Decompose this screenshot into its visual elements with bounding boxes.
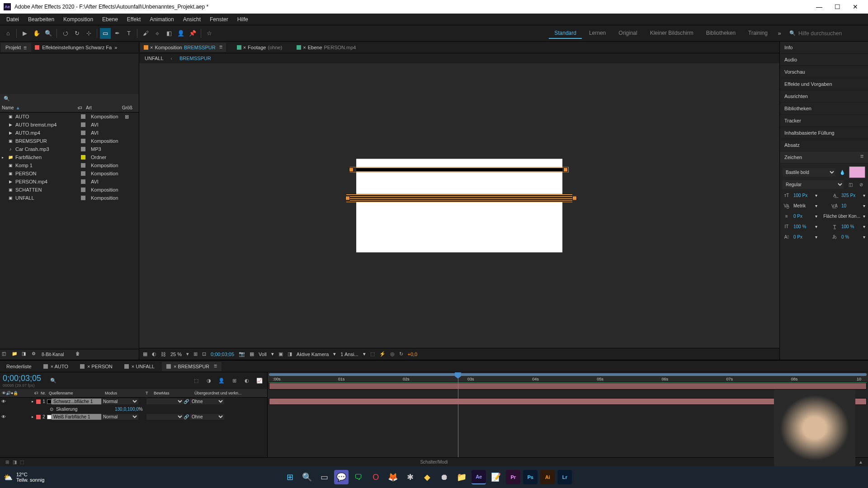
anchor-tool[interactable]: ⊹ bbox=[83, 28, 94, 39]
photoshop-app[interactable]: Ps bbox=[523, 470, 538, 484]
tl-tab-unfall[interactable]: × UNFALL bbox=[120, 362, 159, 371]
illustrator-app[interactable]: Ai bbox=[540, 470, 555, 484]
workspace-training[interactable]: Training bbox=[743, 28, 773, 39]
pen-tool[interactable]: ✒ bbox=[112, 28, 123, 39]
color-swatch[interactable] bbox=[849, 166, 865, 178]
draft-icon[interactable]: ⚡ bbox=[379, 351, 386, 357]
project-item[interactable]: ▸📁FarbflächenOrdner bbox=[0, 153, 139, 161]
panel-zeichen[interactable]: Zeichen☰ bbox=[780, 151, 868, 164]
more-workspaces[interactable]: » bbox=[774, 28, 785, 39]
menu-ansicht[interactable]: Ansicht bbox=[179, 14, 205, 24]
project-search[interactable]: 🔍 bbox=[0, 94, 139, 103]
tl-tab-person[interactable]: × PERSON bbox=[75, 362, 117, 371]
project-item[interactable]: ▣Komp 1Komposition bbox=[0, 161, 139, 169]
layer-row[interactable]: 👁▸1Schwarz...bfläche 1Normal🔗Ohne bbox=[0, 398, 267, 405]
hscale-value[interactable]: 100 % bbox=[841, 224, 860, 229]
vscale-value[interactable]: 100 % bbox=[793, 224, 812, 229]
workspace-original[interactable]: Original bbox=[613, 28, 642, 39]
teams-app[interactable]: 💬 bbox=[334, 470, 349, 484]
panel-info[interactable]: Info bbox=[780, 42, 868, 54]
nav-bremsspur[interactable]: BREMSSPUR bbox=[179, 56, 211, 61]
explorer-app[interactable]: 📁 bbox=[454, 470, 469, 484]
opera-app[interactable]: O bbox=[368, 470, 383, 484]
tl-tab-bremsspur[interactable]: × BREMSSPUR☰ bbox=[162, 362, 222, 371]
mask-icon[interactable]: ◐ bbox=[152, 351, 156, 357]
app-1[interactable]: ✱ bbox=[403, 470, 417, 484]
depth-icon[interactable]: ◎ bbox=[390, 351, 395, 357]
channel-icon[interactable]: ◨ bbox=[288, 351, 292, 357]
rotate-tool[interactable]: ↻ bbox=[71, 28, 82, 39]
composition-viewport[interactable] bbox=[139, 63, 779, 348]
clone-tool[interactable]: ⟐ bbox=[152, 28, 163, 39]
project-item[interactable]: ▣SCHATTENKomposition bbox=[0, 186, 139, 194]
timeline-search[interactable]: 🔍 bbox=[50, 378, 57, 384]
panel-tracker[interactable]: Tracker bbox=[780, 115, 868, 127]
toggle-switches[interactable]: ⊞ bbox=[4, 459, 11, 466]
project-item[interactable]: ▶PERSON.mp4AVI bbox=[0, 178, 139, 186]
roto-tool[interactable]: 👤 bbox=[175, 28, 186, 39]
menu-fenster[interactable]: Fenster bbox=[205, 14, 233, 24]
project-tab[interactable]: Projekt☰ bbox=[1, 43, 31, 52]
new-folder-button[interactable]: 📁 bbox=[12, 351, 19, 358]
menu-animation[interactable]: Animation bbox=[145, 14, 178, 24]
home-tool[interactable]: ⌂ bbox=[3, 28, 14, 39]
project-item[interactable]: ▶AUTO.mp4AVI bbox=[0, 129, 139, 137]
selection-tool[interactable]: ▶ bbox=[19, 28, 30, 39]
motionblur-toggle[interactable]: ◐ bbox=[242, 376, 252, 386]
switches-modes-label[interactable]: Schalter/Modi bbox=[420, 460, 448, 465]
toggle-in-out[interactable]: ⬚ bbox=[18, 459, 25, 466]
toggle-modes[interactable]: ◨ bbox=[11, 459, 18, 466]
frameblend-toggle[interactable]: ⊞ bbox=[229, 376, 239, 386]
tl-tab-auto[interactable]: × AUTO bbox=[39, 362, 73, 371]
ae-app[interactable]: Ae bbox=[472, 470, 486, 484]
tsume-value[interactable]: 0 % bbox=[841, 235, 860, 239]
panel-audio[interactable]: Audio bbox=[780, 54, 868, 66]
res-select[interactable]: Voll bbox=[259, 352, 267, 357]
project-list[interactable]: ▣AUTOKomposition⊞▶AUTO bremst.mp4AVI▶AUT… bbox=[0, 113, 139, 349]
app-2[interactable]: ◆ bbox=[420, 470, 434, 484]
baseline-value[interactable]: 0 Px bbox=[793, 235, 812, 239]
trash-button[interactable]: 🗑 bbox=[75, 351, 83, 358]
layer-row[interactable]: 👁▸2Weiß Farbfläche 1Normal🔗Ohne bbox=[0, 413, 267, 421]
comp-tab[interactable]: × Komposition BREMSSPUR☰ bbox=[140, 43, 226, 52]
brush-tool[interactable]: 🖌 bbox=[140, 28, 151, 39]
workspace-standard[interactable]: Standard bbox=[549, 28, 582, 39]
draft3d-toggle[interactable]: ◑ bbox=[204, 376, 214, 386]
font-size-value[interactable]: 100 Px bbox=[793, 193, 812, 198]
panel-bibliotheken[interactable]: Bibliotheken bbox=[780, 103, 868, 115]
eraser-tool[interactable]: ◧ bbox=[164, 28, 175, 39]
roi-icon[interactable]: ▣ bbox=[278, 351, 283, 357]
zoom-tool[interactable]: 🔍 bbox=[43, 28, 54, 39]
project-item[interactable]: ▶AUTO bremst.mp4AVI bbox=[0, 121, 139, 129]
project-item[interactable]: ▣PERSONKomposition bbox=[0, 169, 139, 178]
camera-select[interactable]: Aktive Kamera bbox=[297, 352, 329, 357]
workspace-lernen[interactable]: Lernen bbox=[584, 28, 611, 39]
shy-toggle[interactable]: 👤 bbox=[217, 376, 226, 386]
kerning-value[interactable]: Metrik bbox=[793, 203, 812, 208]
text-tool[interactable]: T bbox=[123, 28, 134, 39]
lightroom-app[interactable]: Lr bbox=[557, 470, 572, 484]
menu-bearbeiten[interactable]: Bearbeiten bbox=[24, 14, 59, 24]
grid-icon[interactable]: ▦ bbox=[143, 351, 147, 357]
orbit-tool[interactable]: ⭯ bbox=[60, 28, 71, 39]
menu-komposition[interactable]: Komposition bbox=[59, 14, 98, 24]
refresh-icon[interactable]: ↻ bbox=[399, 351, 403, 357]
views-select[interactable]: 1 Ansi... bbox=[340, 352, 358, 357]
star-tool[interactable]: ☆ bbox=[204, 28, 215, 39]
obs-app[interactable]: ⏺ bbox=[437, 470, 452, 484]
effect-controls-tab[interactable]: Effekteinstellungen Schwarz Fa» bbox=[31, 44, 121, 51]
menu-effekt[interactable]: Effekt bbox=[123, 14, 145, 24]
menu-hilfe[interactable]: Hilfe bbox=[233, 14, 253, 24]
hand-tool[interactable]: ✋ bbox=[31, 28, 42, 39]
chain-icon[interactable]: ⛓ bbox=[161, 352, 166, 357]
transparency-icon[interactable]: ▦ bbox=[250, 351, 254, 357]
nav-unfall[interactable]: UNFALL bbox=[145, 56, 164, 61]
weather-widget[interactable]: ⛅ 12°CTeilw. sonnig bbox=[4, 472, 44, 483]
project-item[interactable]: ▣BREMSSPURKomposition bbox=[0, 137, 139, 145]
firefox-app[interactable]: 🦊 bbox=[386, 470, 400, 484]
fill-mode[interactable]: Fläche über Kon... bbox=[823, 214, 860, 219]
crop-icon[interactable]: ⊡ bbox=[202, 351, 206, 357]
panel-effekte-und-vorgaben[interactable]: Effekte und Vorgaben bbox=[780, 78, 868, 90]
eyedropper-icon[interactable]: 💧 bbox=[838, 168, 846, 176]
comp-tab[interactable]: × Footage (ohne) bbox=[233, 43, 286, 52]
